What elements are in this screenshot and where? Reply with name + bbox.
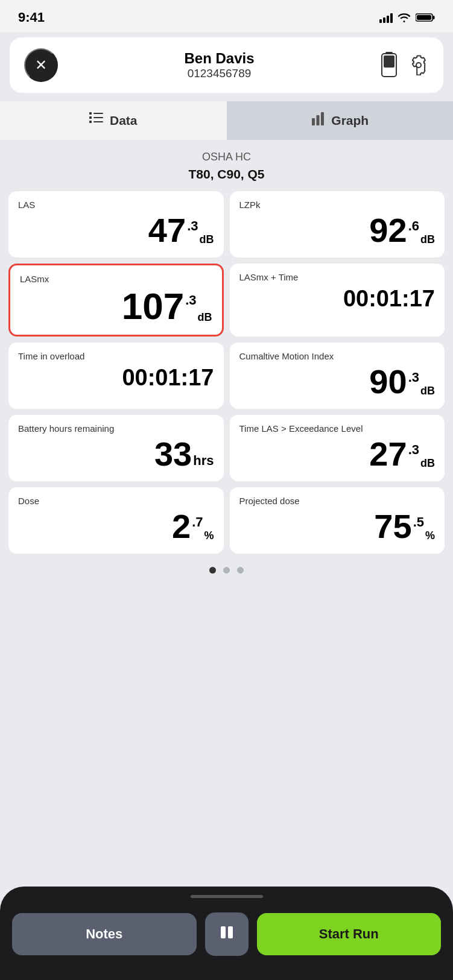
close-icon: ✕ xyxy=(35,57,47,74)
time-overload-value: 00:01:17 xyxy=(18,365,214,391)
wifi-icon xyxy=(398,13,411,22)
dose-main: 2 xyxy=(172,510,191,543)
settings-icon[interactable] xyxy=(408,55,429,75)
status-time: 9:41 xyxy=(18,10,45,25)
data-card-cumulative: Cumaltive Motion Index 90 .3 dB xyxy=(230,343,445,409)
time-las-value: 27 .3 dB xyxy=(239,437,436,471)
tab-data-label: Data xyxy=(110,113,138,128)
svg-rect-16 xyxy=(228,926,233,938)
lzpk-main: 92 xyxy=(369,213,407,247)
svg-rect-11 xyxy=(93,121,103,122)
svg-rect-1 xyxy=(433,16,435,19)
header-actions xyxy=(381,52,429,78)
cumulative-main: 90 xyxy=(369,365,407,399)
time-las-unit: dB xyxy=(420,457,435,470)
svg-rect-7 xyxy=(93,113,103,114)
battery-icon xyxy=(416,13,435,22)
user-number: 0123456789 xyxy=(68,67,371,80)
tab-graph-label: Graph xyxy=(331,113,369,128)
projected-dose-unit: % xyxy=(425,530,435,542)
svg-rect-14 xyxy=(321,112,324,125)
pagination-dot-3[interactable] xyxy=(237,567,244,574)
tab-data[interactable]: Data xyxy=(0,101,227,140)
pause-icon xyxy=(218,924,235,945)
lasmx-time-main: 00:01:17 xyxy=(343,286,435,312)
las-unit: dB xyxy=(200,233,214,246)
chart-icon xyxy=(311,112,325,129)
pagination-dot-1[interactable] xyxy=(209,567,216,574)
home-indicator xyxy=(191,895,263,898)
lzpk-label: LZPk xyxy=(239,200,436,210)
bottom-actions: Notes Start Run xyxy=(12,912,441,956)
las-sup: .3 xyxy=(187,218,198,234)
header-info: Ben Davis 0123456789 xyxy=(68,50,371,80)
dose-value: 2 .7 % xyxy=(18,510,214,543)
battery-hours-value: 33 hrs xyxy=(18,437,214,471)
data-card-dose: Dose 2 .7 % xyxy=(8,487,224,554)
pagination-dot-2[interactable] xyxy=(223,567,230,574)
battery-hours-label: Battery hours remaining xyxy=(18,423,214,434)
data-grid: LAS 47 .3 dB LZPk 92 .6 dB LASmx 107 .3 … xyxy=(0,191,453,554)
battery-hours-unit: hrs xyxy=(193,453,214,469)
svg-rect-12 xyxy=(312,118,315,125)
time-las-main: 27 xyxy=(369,437,407,471)
dose-unit: % xyxy=(204,530,214,542)
lasmx-value: 107 .3 dB xyxy=(20,288,212,325)
lzpk-unit: dB xyxy=(420,233,435,246)
las-main: 47 xyxy=(148,213,186,247)
lzpk-sup: .6 xyxy=(408,218,419,234)
cumulative-unit: dB xyxy=(420,385,435,397)
pause-button[interactable] xyxy=(205,912,249,956)
lasmx-label: LASmx xyxy=(20,274,212,284)
projected-dose-main: 75 xyxy=(374,510,411,543)
lasmx-sup: .3 xyxy=(185,292,196,308)
data-card-battery-hours: Battery hours remaining 33 hrs xyxy=(8,415,224,481)
data-card-lasmx: LASmx 107 .3 dB xyxy=(8,264,224,337)
data-card-lzpk: LZPk 92 .6 dB xyxy=(230,191,445,258)
pagination xyxy=(0,567,453,574)
cumulative-value: 90 .3 dB xyxy=(239,365,436,399)
lasmx-time-value: 00:01:17 xyxy=(239,286,436,312)
cumulative-sup: .3 xyxy=(408,370,419,385)
svg-rect-2 xyxy=(417,15,431,20)
svg-rect-13 xyxy=(317,115,320,125)
time-las-label: Time LAS > Exceedance Level xyxy=(239,423,436,434)
data-card-projected-dose: Projected dose 75 .5 % xyxy=(230,487,445,554)
time-las-sup: .3 xyxy=(408,442,419,458)
battery-hours-main: 33 xyxy=(154,437,192,471)
close-button[interactable]: ✕ xyxy=(24,48,58,82)
tab-bar: Data Graph xyxy=(0,101,453,140)
las-label: LAS xyxy=(18,200,214,210)
projected-dose-sup: .5 xyxy=(413,514,424,530)
device-battery-icon[interactable] xyxy=(381,52,398,78)
data-card-lasmx-time: LASmx + Time 00:01:17 xyxy=(230,264,445,337)
lasmx-unit: dB xyxy=(198,311,212,324)
svg-rect-6 xyxy=(89,112,92,115)
data-card-las: LAS 47 .3 dB xyxy=(8,191,224,258)
standard-name: OSHA HC xyxy=(0,151,453,163)
lzpk-value: 92 .6 dB xyxy=(239,213,436,247)
lasmx-time-label: LASmx + Time xyxy=(239,272,436,282)
las-value: 47 .3 dB xyxy=(18,213,214,247)
start-run-button[interactable]: Start Run xyxy=(257,913,442,955)
svg-rect-9 xyxy=(93,117,103,118)
tab-graph[interactable]: Graph xyxy=(227,101,454,140)
list-icon xyxy=(89,112,104,129)
time-overload-label: Time in overload xyxy=(18,351,214,361)
svg-rect-8 xyxy=(89,116,92,119)
dose-label: Dose xyxy=(18,496,214,506)
bottom-area: Notes Start Run xyxy=(0,887,453,980)
time-overload-main: 00:01:17 xyxy=(122,365,214,391)
cumulative-label: Cumaltive Motion Index xyxy=(239,351,436,361)
header-card: ✕ Ben Davis 0123456789 xyxy=(10,37,443,93)
data-card-time-overload: Time in overload 00:01:17 xyxy=(8,343,224,409)
dose-sup: .7 xyxy=(192,514,203,530)
lasmx-main: 107 xyxy=(122,288,184,325)
projected-dose-value: 75 .5 % xyxy=(239,510,436,543)
svg-rect-15 xyxy=(221,926,226,938)
signal-icon xyxy=(379,12,393,23)
status-bar: 9:41 xyxy=(0,0,453,33)
projected-dose-label: Projected dose xyxy=(239,496,436,506)
notes-button[interactable]: Notes xyxy=(12,913,197,955)
svg-rect-10 xyxy=(89,121,92,123)
